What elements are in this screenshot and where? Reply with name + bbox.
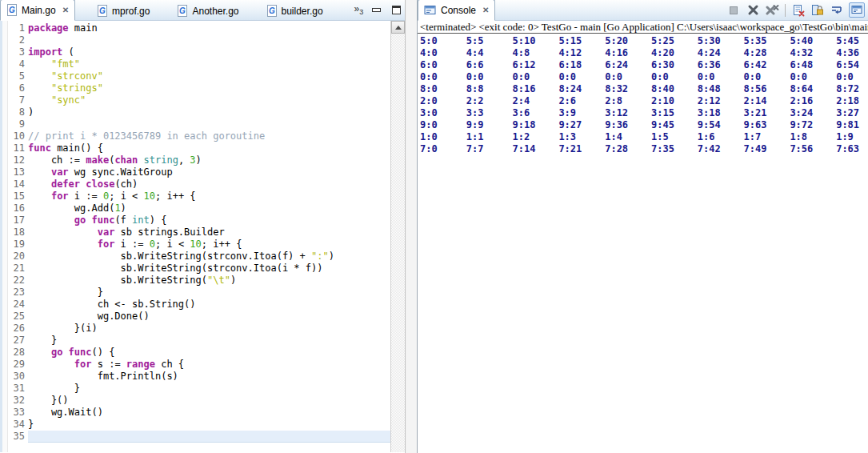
editor-pane: G Main.go ✕ G mprof.go G Another.go G bu…: [0, 0, 406, 453]
tab-another-go[interactable]: G Another.go: [171, 2, 244, 20]
tab-label: Console: [441, 5, 476, 16]
console-toolbar: [726, 2, 865, 18]
editor-body: 1234567891011121314151617181920212223242…: [0, 21, 405, 452]
go-file-icon: G: [177, 5, 188, 17]
go-file-icon: G: [266, 5, 278, 17]
svg-text:G: G: [9, 6, 15, 14]
annotation-ruler: [2, 21, 8, 452]
terminate-icon: [728, 5, 739, 16]
minimize-icon[interactable]: [372, 8, 381, 12]
maximize-icon[interactable]: [392, 6, 401, 14]
terminate-button[interactable]: [726, 3, 741, 18]
scroll-up-button[interactable]: [391, 21, 405, 34]
svg-text:G: G: [99, 6, 106, 15]
svg-text:G: G: [269, 6, 275, 15]
code-lines[interactable]: package mainimport ( "fmt" "strconv" "st…: [25, 21, 390, 452]
remove-all-button[interactable]: [765, 3, 779, 18]
pane-sash[interactable]: [406, 0, 417, 453]
svg-text:G: G: [180, 6, 186, 15]
console-process-label: <terminated> <exit code: 0> TestGo - mai…: [418, 21, 868, 34]
editor-tabbar: G Main.go ✕ G mprof.go G Another.go G bu…: [0, 0, 405, 21]
tab-console[interactable]: Console ✕: [418, 0, 495, 21]
pin-console-button[interactable]: [849, 2, 865, 18]
scroll-lock-icon: [811, 4, 824, 17]
go-file-icon: G: [97, 5, 108, 17]
line-numbers: 1234567891011121314151617181920212223242…: [8, 21, 25, 452]
word-wrap-icon: [830, 4, 843, 17]
console-pane: Console ✕: [417, 0, 868, 453]
clear-console-icon: [792, 4, 805, 17]
arrow-up-icon: [395, 26, 402, 30]
ide-window: G Main.go ✕ G mprof.go G Another.go G bu…: [0, 0, 868, 453]
tab-main-go[interactable]: G Main.go ✕: [0, 0, 75, 21]
console-output[interactable]: 5:0 5:5 5:10 5:15 5:20 5:25 5:30 5:35 5:…: [418, 34, 868, 155]
console-tabbar: Console ✕: [418, 0, 868, 21]
editor-vertical-scrollbar[interactable]: [390, 21, 405, 452]
pin-console-icon: [851, 5, 863, 15]
tab-label: mprof.go: [112, 6, 150, 17]
remove-all-icon: [766, 4, 779, 16]
tab-label: Another.go: [192, 6, 238, 17]
tab-close-icon[interactable]: ✕: [482, 6, 489, 14]
console-icon: [424, 5, 437, 16]
tab-label: Main.go: [22, 5, 56, 16]
word-wrap-button[interactable]: [830, 3, 844, 18]
tab-close-icon[interactable]: ✕: [62, 6, 69, 14]
tab-overflow-chevron[interactable]: »3: [354, 3, 364, 16]
tab-mprof-go[interactable]: G mprof.go: [91, 2, 155, 20]
remove-launch-icon: [747, 4, 759, 16]
go-file-icon: G: [6, 4, 18, 16]
tab-label: builder.go: [282, 6, 323, 17]
tab-builder-go[interactable]: G builder.go: [261, 2, 329, 20]
clear-console-button[interactable]: [791, 3, 806, 18]
remove-launch-button[interactable]: [746, 3, 760, 18]
scroll-lock-button[interactable]: [810, 3, 825, 18]
toolbar-separator: [785, 4, 786, 17]
